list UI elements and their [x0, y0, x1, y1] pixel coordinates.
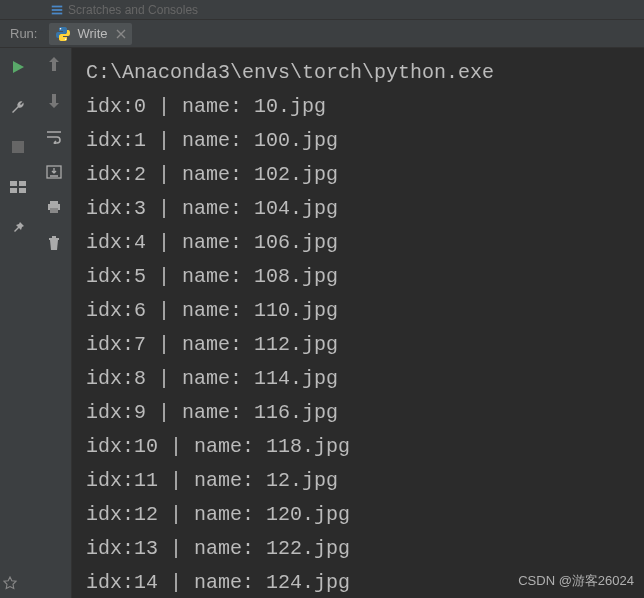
run-toolbar-right: [36, 48, 72, 598]
svg-rect-14: [49, 238, 59, 240]
svg-rect-2: [52, 12, 63, 14]
arrow-up-icon[interactable]: [47, 56, 61, 77]
svg-rect-5: [12, 141, 24, 153]
trash-icon[interactable]: [47, 235, 61, 256]
svg-rect-11: [50, 201, 58, 204]
svg-rect-6: [10, 181, 17, 186]
pin-icon[interactable]: [7, 216, 29, 238]
scratches-label: Scratches and Consoles: [68, 3, 198, 17]
stop-icon[interactable]: [7, 136, 29, 158]
run-tab[interactable]: Write: [49, 23, 131, 45]
svg-rect-8: [10, 188, 17, 193]
python-icon: [55, 26, 71, 42]
svg-point-4: [65, 38, 67, 40]
scroll-to-end-icon[interactable]: [46, 165, 62, 184]
print-icon[interactable]: [46, 200, 62, 219]
soft-wrap-icon[interactable]: [46, 130, 62, 149]
favorites-tool-icon[interactable]: [0, 568, 20, 598]
svg-rect-0: [52, 5, 63, 7]
scratches-icon: [50, 3, 64, 17]
arrow-down-icon[interactable]: [47, 93, 61, 114]
run-toolwindow-body: C:\Anaconda3\envs\torch\python.exe idx:0…: [0, 48, 644, 598]
run-icon[interactable]: [7, 56, 29, 78]
svg-rect-13: [50, 208, 58, 213]
wrench-icon[interactable]: [7, 96, 29, 118]
svg-rect-7: [19, 181, 26, 186]
svg-rect-15: [52, 236, 56, 238]
svg-point-3: [60, 28, 62, 30]
close-icon[interactable]: [116, 29, 126, 39]
layout-icon[interactable]: [7, 176, 29, 198]
run-tab-label: Write: [77, 26, 107, 41]
svg-rect-9: [19, 188, 26, 193]
project-tree-row: Scratches and Consoles: [0, 0, 644, 20]
run-label: Run:: [10, 26, 37, 41]
svg-rect-1: [52, 9, 63, 11]
run-toolwindow-header: Run: Write: [0, 20, 644, 48]
run-toolbar-left: [0, 48, 36, 598]
console-output[interactable]: C:\Anaconda3\envs\torch\python.exe idx:0…: [72, 48, 644, 598]
watermark: CSDN @游客26024: [518, 572, 634, 590]
